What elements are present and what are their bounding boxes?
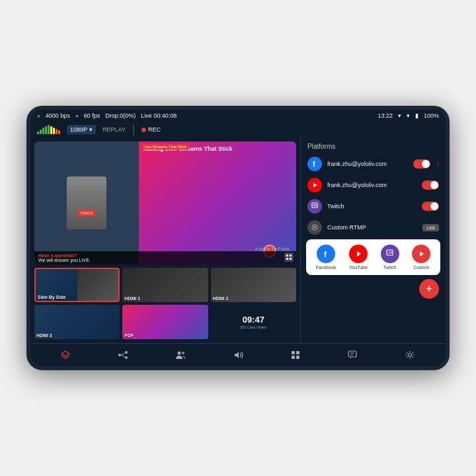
status-battery: 100% xyxy=(424,112,439,119)
svg-rect-28 xyxy=(296,356,299,359)
facebook-email: frank.zhu@yololiv.com xyxy=(327,161,408,167)
share-icon xyxy=(118,350,128,360)
main-preview: YoloLiv Live Streams That Stick Making L… xyxy=(34,141,296,264)
bar-2 xyxy=(40,130,42,134)
nav-chat[interactable] xyxy=(343,347,363,363)
popup-facebook-label: Facebook xyxy=(316,265,337,270)
svg-point-19 xyxy=(125,356,128,359)
platform-twitch[interactable]: Twitch xyxy=(301,196,446,217)
popup-youtube[interactable]: YouTube xyxy=(349,245,368,270)
svg-marker-12 xyxy=(357,251,361,257)
popup-facebook[interactable]: f Facebook xyxy=(316,245,337,270)
popup-twitch-label: Twitch xyxy=(383,265,397,270)
popup-fb-svg: f xyxy=(321,249,331,258)
svg-rect-25 xyxy=(292,351,295,354)
bar-6 xyxy=(50,126,52,134)
source-hdmi1[interactable]: HDMI 1 xyxy=(122,268,208,302)
nav-volume[interactable] xyxy=(228,347,248,363)
rec-button[interactable]: REC xyxy=(141,126,161,133)
bar-5 xyxy=(48,125,50,134)
resolution-selector[interactable]: 1080P ▾ xyxy=(67,125,96,134)
resolution-label: 1080P xyxy=(70,126,87,133)
popup-custom-icon xyxy=(412,245,430,263)
sd-label: SD Card Video xyxy=(240,325,266,329)
rec-label: REC xyxy=(148,126,161,133)
popup-tw-svg xyxy=(385,249,395,258)
source-hdmi3[interactable]: HDMI 3 xyxy=(34,305,120,339)
popup-yt-svg xyxy=(354,250,363,258)
source-hdmi2-label: HDMI 2 xyxy=(213,296,229,301)
popup-custom[interactable]: Custom xyxy=(412,245,430,270)
svg-rect-3 xyxy=(290,258,292,260)
add-platform-button[interactable]: + xyxy=(419,279,439,299)
source-sd[interactable]: 09:47 SD Card Video xyxy=(211,305,296,339)
facebook-toggle-knob xyxy=(422,160,430,168)
source-pdf[interactable]: PDF xyxy=(122,305,208,339)
twitch-icon xyxy=(307,199,322,214)
popup-facebook-icon: f xyxy=(317,245,335,263)
svg-rect-13 xyxy=(387,250,393,255)
svg-rect-2 xyxy=(286,258,288,260)
device-screen: ● 4000 bps ● 60 fps Drop:0(0%) Live 00:4… xyxy=(30,110,446,366)
youtube-toggle[interactable] xyxy=(422,180,439,190)
svg-marker-16 xyxy=(420,251,424,257)
svg-marker-10 xyxy=(314,226,317,229)
bottom-nav xyxy=(30,343,446,366)
popup-custom-svg xyxy=(416,250,426,258)
twitch-svg xyxy=(311,202,319,210)
twitch-toggle-knob xyxy=(430,202,438,210)
youtube-email: frank.zhu@yololiv.com xyxy=(327,182,416,188)
svg-line-21 xyxy=(121,355,125,357)
nav-people[interactable] xyxy=(171,347,190,363)
chat-icon xyxy=(348,350,358,360)
question-bar: Have a question? We will answer you LIVE… xyxy=(34,251,296,264)
audio-meter xyxy=(37,125,60,134)
status-drop: Drop:0(0%) xyxy=(105,112,136,119)
popup-twitch[interactable]: Twitch xyxy=(381,245,399,270)
source-sbs-label: Side By Side xyxy=(38,295,65,299)
nav-grid[interactable] xyxy=(286,347,305,363)
replay-button[interactable]: REPLAY xyxy=(102,126,126,133)
sd-time: 09:47 xyxy=(243,315,264,325)
corner-icon xyxy=(286,255,292,260)
platform-rtmp[interactable]: Custom RTMP Link xyxy=(301,217,446,238)
right-panel: Platforms f frank.zhu@yololiv.com › xyxy=(300,138,446,343)
svg-rect-26 xyxy=(296,351,299,354)
svg-marker-5 xyxy=(313,183,317,187)
bar-9 xyxy=(58,130,60,134)
rtmp-svg xyxy=(311,223,319,231)
source-pdf-label: PDF xyxy=(124,333,134,338)
volume-icon xyxy=(233,350,243,360)
facebook-toggle[interactable] xyxy=(413,159,430,169)
nav-settings[interactable] xyxy=(400,347,420,363)
svg-point-17 xyxy=(125,351,128,354)
bar-4 xyxy=(45,126,47,134)
svg-rect-0 xyxy=(286,255,288,257)
main-content: YoloLiv Live Streams That Stick Making L… xyxy=(30,138,446,343)
platform-youtube[interactable]: frank.zhu@yololiv.com xyxy=(301,175,446,196)
status-dot-fps: ● xyxy=(75,113,79,119)
svg-rect-27 xyxy=(292,356,295,359)
status-dot-bitrate: ● xyxy=(37,113,40,119)
corner-button[interactable] xyxy=(284,253,294,262)
svg-rect-6 xyxy=(312,203,317,208)
svg-line-20 xyxy=(121,353,125,355)
nav-share[interactable] xyxy=(113,347,133,363)
nav-layers[interactable] xyxy=(56,347,75,363)
platform-facebook[interactable]: f frank.zhu@yololiv.com › xyxy=(301,153,446,175)
bar-1 xyxy=(37,132,39,134)
youtube-icon xyxy=(307,178,322,192)
youtube-svg xyxy=(311,182,319,188)
source-sbs[interactable]: Side By Side xyxy=(34,268,120,302)
device-frame: ● 4000 bps ● 60 fps Drop:0(0%) Live 00:4… xyxy=(26,106,450,370)
popup-youtube-label: YouTube xyxy=(349,265,368,270)
rtmp-icon xyxy=(307,220,322,235)
source-hdmi1-label: HDMI 1 xyxy=(124,296,140,301)
svg-text:f: f xyxy=(324,250,327,258)
source-hdmi2[interactable]: HDMI 2 xyxy=(211,268,296,302)
rtmp-link-badge[interactable]: Link xyxy=(422,224,439,231)
bar-8 xyxy=(56,129,58,134)
status-bar: ● 4000 bps ● 60 fps Drop:0(0%) Live 00:4… xyxy=(30,110,446,122)
bar-7 xyxy=(53,128,55,134)
twitch-toggle[interactable] xyxy=(422,202,439,211)
